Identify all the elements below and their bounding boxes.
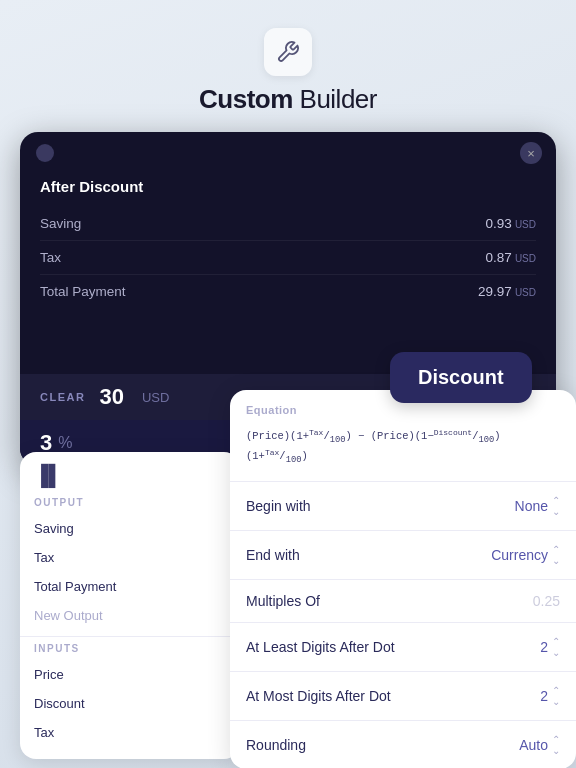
output-item-new[interactable]: New Output bbox=[20, 601, 240, 630]
amount-display: 30 bbox=[99, 384, 123, 410]
panel-icon-row: ▐▌ bbox=[20, 464, 240, 497]
settings-row-multiples: Multiples Of 0.25 bbox=[230, 580, 576, 623]
saving-label: Saving bbox=[40, 216, 81, 231]
begin-with-label: Begin with bbox=[246, 498, 311, 514]
output-item-tax[interactable]: Tax bbox=[20, 543, 240, 572]
multiples-label: Multiples Of bbox=[246, 593, 320, 609]
calc-row-saving: Saving 0.93USD bbox=[40, 207, 536, 241]
at-most-label: At Most Digits After Dot bbox=[246, 688, 391, 704]
begin-chevron-icon: ⌃⌄ bbox=[552, 495, 560, 517]
end-with-label: End with bbox=[246, 547, 300, 563]
page-title: Custom Builder bbox=[0, 84, 576, 115]
app-header: Custom Builder bbox=[0, 0, 576, 131]
at-least-chevron-icon: ⌃⌄ bbox=[552, 636, 560, 658]
total-value: 29.97USD bbox=[478, 284, 536, 299]
multiples-value: 0.25 bbox=[533, 593, 560, 609]
input-item-tax[interactable]: Tax bbox=[20, 718, 240, 747]
panel-divider bbox=[20, 636, 240, 637]
rounding-label: Rounding bbox=[246, 737, 306, 753]
close-button[interactable]: × bbox=[520, 142, 542, 164]
input-item-price[interactable]: Price bbox=[20, 660, 240, 689]
right-panel: Equation (Price)(1+Tax/100) − (Price)(1−… bbox=[230, 390, 576, 768]
end-chevron-icon: ⌃⌄ bbox=[552, 544, 560, 566]
settings-row-rounding: Rounding Auto ⌃⌄ bbox=[230, 721, 576, 768]
calc-rows: Saving 0.93USD Tax 0.87USD Total Payment… bbox=[40, 207, 536, 308]
output-section-label: OUTPUT bbox=[20, 497, 240, 514]
calc-row-tax: Tax 0.87USD bbox=[40, 241, 536, 275]
settings-row-begin: Begin with None ⌃⌄ bbox=[230, 482, 576, 531]
rounding-chevron-icon: ⌃⌄ bbox=[552, 734, 560, 756]
at-most-chevron-icon: ⌃⌄ bbox=[552, 685, 560, 707]
section-title: After Discount bbox=[40, 178, 536, 195]
card-dot bbox=[36, 144, 54, 162]
settings-row-at-least: At Least Digits After Dot 2 ⌃⌄ bbox=[230, 623, 576, 672]
header-icon-wrap bbox=[264, 28, 312, 76]
calc-row-total: Total Payment 29.97USD bbox=[40, 275, 536, 308]
inputs-section-label: INPUTS bbox=[20, 643, 240, 660]
at-least-label: At Least Digits After Dot bbox=[246, 639, 395, 655]
left-panel: ▐▌ OUTPUT Saving Tax Total Payment New O… bbox=[20, 452, 240, 759]
total-label: Total Payment bbox=[40, 284, 126, 299]
at-most-value[interactable]: 2 ⌃⌄ bbox=[540, 685, 560, 707]
output-item-saving[interactable]: Saving bbox=[20, 514, 240, 543]
percent-unit: % bbox=[58, 434, 72, 452]
saving-value: 0.93USD bbox=[486, 216, 536, 231]
end-with-value[interactable]: Currency ⌃⌄ bbox=[491, 544, 560, 566]
bar-chart-icon: ▐▌ bbox=[34, 464, 62, 486]
rounding-value[interactable]: Auto ⌃⌄ bbox=[519, 734, 560, 756]
output-item-total[interactable]: Total Payment bbox=[20, 572, 240, 601]
tax-label: Tax bbox=[40, 250, 61, 265]
equation-formula: (Price)(1+Tax/100) − (Price)(1−Discount/… bbox=[230, 422, 576, 482]
at-least-value[interactable]: 2 ⌃⌄ bbox=[540, 636, 560, 658]
clear-button[interactable]: CLEAR bbox=[40, 391, 85, 403]
tax-value: 0.87USD bbox=[486, 250, 536, 265]
input-item-discount[interactable]: Discount bbox=[20, 689, 240, 718]
discount-badge: Discount bbox=[390, 352, 532, 403]
settings-row-at-most: At Most Digits After Dot 2 ⌃⌄ bbox=[230, 672, 576, 721]
settings-row-end: End with Currency ⌃⌄ bbox=[230, 531, 576, 580]
begin-with-value[interactable]: None ⌃⌄ bbox=[515, 495, 560, 517]
wrench-icon bbox=[276, 40, 300, 64]
amount-unit: USD bbox=[142, 390, 169, 405]
